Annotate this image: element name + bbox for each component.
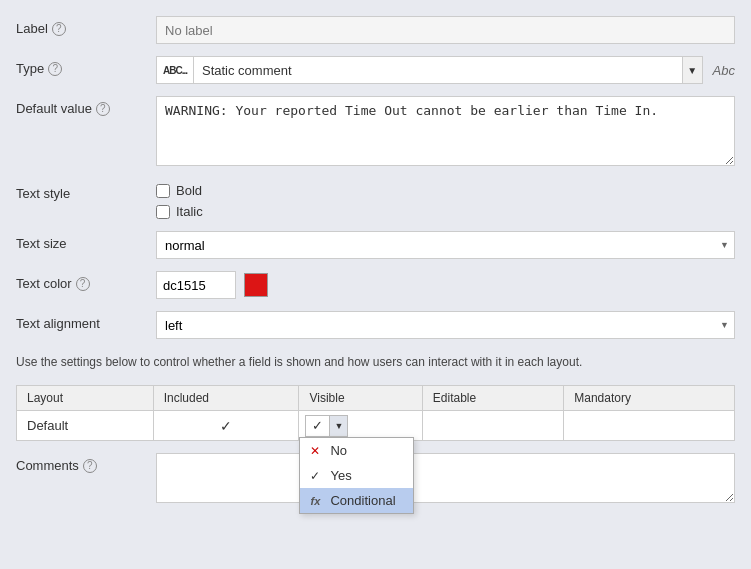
layout-table: Layout Included Visible Editable Mandato… (16, 385, 735, 441)
cell-included: ✓ (153, 411, 299, 441)
comments-control (156, 453, 735, 506)
dropdown-item-yes[interactable]: ✓ Yes (300, 463, 413, 488)
visible-dropdown-menu: ✕ No ✓ Yes fx Conditional (299, 437, 414, 514)
visible-dropdown-btn[interactable]: ▼ (330, 415, 348, 437)
text-color-label: Text color ? (16, 271, 156, 291)
info-text: Use the settings below to control whethe… (16, 351, 735, 373)
italic-checkbox-label[interactable]: Italic (156, 204, 735, 219)
text-style-checkboxes: Bold Italic (156, 181, 735, 219)
color-swatch[interactable] (244, 273, 268, 297)
text-color-help-icon[interactable]: ? (76, 277, 90, 291)
form-container: Label ? Type ? ABC... Static comment ▼ A… (0, 0, 751, 569)
no-label: No (330, 443, 347, 458)
text-size-row: Text size normal small large (16, 231, 735, 259)
text-size-select-wrapper: normal small large (156, 231, 735, 259)
bold-checkbox[interactable] (156, 184, 170, 198)
table-row: Default ✓ ✓ ▼ (17, 411, 735, 441)
comments-label: Comments ? (16, 453, 156, 473)
italic-checkbox[interactable] (156, 205, 170, 219)
type-field-label: Type ? (16, 56, 156, 76)
label-input[interactable] (156, 16, 735, 44)
col-layout: Layout (17, 386, 154, 411)
text-color-control (156, 271, 735, 299)
text-size-select[interactable]: normal small large (156, 231, 735, 259)
text-size-control: normal small large (156, 231, 735, 259)
col-included: Included (153, 386, 299, 411)
dropdown-item-conditional[interactable]: fx Conditional (300, 488, 413, 513)
cell-mandatory (564, 411, 735, 441)
color-hex-input[interactable] (156, 271, 236, 299)
default-value-textarea[interactable]: WARNING: Your reported Time Out cannot b… (156, 96, 735, 166)
col-visible: Visible (299, 386, 422, 411)
conditional-label: Conditional (330, 493, 395, 508)
included-check: ✓ (220, 418, 232, 434)
col-mandatory: Mandatory (564, 386, 735, 411)
type-select-wrapper: ABC... Static comment ▼ (156, 56, 703, 84)
visible-value-display[interactable]: ✓ (305, 415, 330, 437)
comments-textarea[interactable] (156, 453, 735, 503)
type-select-arrow[interactable]: ▼ (682, 57, 702, 83)
color-row (156, 271, 735, 299)
fx-icon: fx (310, 495, 324, 507)
layout-table-container: Layout Included Visible Editable Mandato… (16, 385, 735, 441)
text-color-row: Text color ? (16, 271, 735, 299)
text-alignment-row: Text alignment left center right (16, 311, 735, 339)
label-help-icon[interactable]: ? (52, 22, 66, 36)
text-style-row: Text style Bold Italic (16, 181, 735, 219)
label-field-label: Label ? (16, 16, 156, 36)
cell-layout: Default (17, 411, 154, 441)
text-alignment-select[interactable]: left center right (156, 311, 735, 339)
yes-icon: ✓ (310, 469, 324, 483)
yes-label: Yes (330, 468, 351, 483)
text-alignment-label: Text alignment (16, 311, 156, 331)
type-abc-icon: ABC... (157, 57, 194, 83)
text-style-control: Bold Italic (156, 181, 735, 219)
type-preview: Abc (713, 63, 735, 78)
cell-editable (422, 411, 563, 441)
type-field-control: ABC... Static comment ▼ Abc (156, 56, 735, 84)
default-value-control: WARNING: Your reported Time Out cannot b… (156, 96, 735, 169)
no-icon: ✕ (310, 444, 324, 458)
text-alignment-select-wrapper: left center right (156, 311, 735, 339)
visible-trigger[interactable]: ✓ ▼ (305, 415, 415, 437)
type-row: Type ? ABC... Static comment ▼ Abc (16, 56, 735, 84)
text-size-label: Text size (16, 231, 156, 251)
type-help-icon[interactable]: ? (48, 62, 62, 76)
label-field-control (156, 16, 735, 44)
dropdown-item-no[interactable]: ✕ No (300, 438, 413, 463)
label-row: Label ? (16, 16, 735, 44)
cell-visible[interactable]: ✓ ▼ ✕ No ✓ Yes (299, 411, 422, 441)
visible-check-mark: ✓ (312, 418, 323, 433)
table-header-row: Layout Included Visible Editable Mandato… (17, 386, 735, 411)
comments-help-icon[interactable]: ? (83, 459, 97, 473)
text-style-label: Text style (16, 181, 156, 201)
default-value-help-icon[interactable]: ? (96, 102, 110, 116)
default-value-label: Default value ? (16, 96, 156, 116)
text-alignment-control: left center right (156, 311, 735, 339)
col-editable: Editable (422, 386, 563, 411)
default-value-row: Default value ? WARNING: Your reported T… (16, 96, 735, 169)
type-label-text: Static comment (194, 63, 682, 78)
bold-checkbox-label[interactable]: Bold (156, 183, 735, 198)
